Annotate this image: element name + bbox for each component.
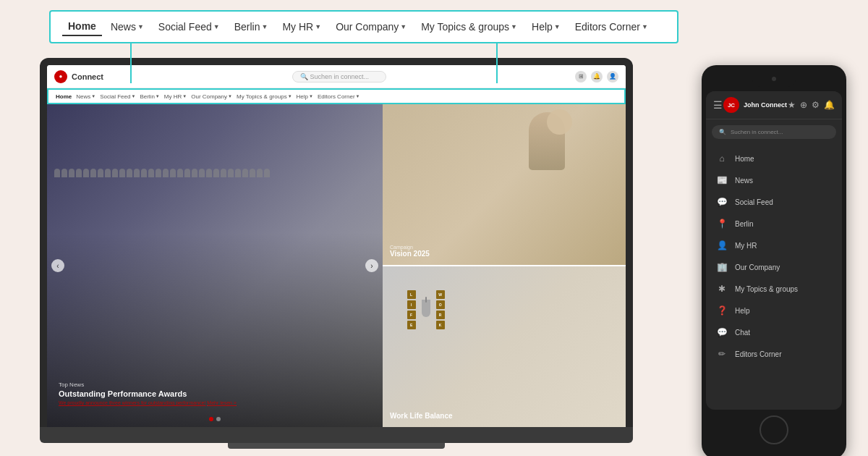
phone-nav-label: Social Feed <box>735 198 832 206</box>
screen-nav-home[interactable]: Home <box>56 93 72 100</box>
phone-nav-label: Home <box>735 155 832 163</box>
chevron-icon: ▼ <box>131 94 135 98</box>
hero-image <box>47 104 383 427</box>
phone-nav-label: My HR <box>735 242 832 250</box>
phone-nav-label: Chat <box>735 329 832 337</box>
screen-nav-our-company[interactable]: Our Company▼ <box>191 93 232 100</box>
phone-nav-label: News <box>735 177 832 185</box>
phone-nav-news[interactable]: 📰News <box>706 169 842 191</box>
hero-next-button[interactable]: › <box>365 259 378 272</box>
laptop-stand <box>228 443 445 449</box>
card-top-text: Campaign Vision 2025 <box>390 245 430 258</box>
screen-main: ‹ › Top News Outstanding Performance Awa… <box>47 104 626 427</box>
our-company-icon: 🏢 <box>716 262 728 272</box>
hero-dot-2[interactable] <box>216 417 221 421</box>
news-icon: 📰 <box>716 175 728 185</box>
phone-nav-label: Our Company <box>735 263 832 271</box>
alert-icon[interactable]: 🔔 <box>824 100 835 110</box>
nav-item-editors-corner[interactable]: Editors Corner ▼ <box>569 18 654 35</box>
avatar[interactable]: 👤 <box>607 71 618 83</box>
notifications-icon[interactable]: 🔔 <box>591 71 603 83</box>
phone-nav-help[interactable]: ❓Help <box>706 300 842 321</box>
phone-nav-berlin[interactable]: 📍Berlin <box>706 213 842 235</box>
phone-nav-social-feed[interactable]: 💬Social Feed <box>706 191 842 213</box>
screen-nav-news[interactable]: News▼ <box>76 93 95 100</box>
nav-item-berlin[interactable]: Berlin ▼ <box>229 18 274 35</box>
my-hr-icon: 👤 <box>716 240 728 250</box>
phone-nav: ⌂Home📰News💬Social Feed📍Berlin👤My HR🏢Our … <box>706 145 842 368</box>
phone-username: John Connect <box>744 101 787 109</box>
card-bottom[interactable]: L I F E <box>383 265 626 427</box>
laptop: ● Connect 🔍 Suchen in connect... ⊞ 🔔 👤 H… <box>40 58 633 449</box>
share-icon[interactable]: ⊕ <box>800 100 807 110</box>
right-panel: Campaign Vision 2025 L I F E <box>383 104 626 427</box>
chevron-icon: ▼ <box>156 94 160 98</box>
camera <box>772 77 776 81</box>
chevron-icon: ▼ <box>356 94 360 98</box>
phone-search[interactable]: 🔍 Suchen in connect... <box>712 125 836 139</box>
search-placeholder: Suchen in connect... <box>310 73 370 80</box>
nav-item-social-feed[interactable]: Social Feed ▼ <box>153 18 226 35</box>
screen-nav-my-hr[interactable]: My HR▼ <box>164 93 187 100</box>
screen-nav-berlin[interactable]: Berlin▼ <box>140 93 159 100</box>
nav-item-my-hr[interactable]: My HR ▼ <box>276 18 327 35</box>
screen-nav-social-feed[interactable]: Social Feed▼ <box>100 93 135 100</box>
screen-nav-editors-corner[interactable]: Editors Corner▼ <box>318 93 360 100</box>
phone-nav-label: Help <box>735 307 832 315</box>
card-top-title: Vision 2025 <box>390 250 430 258</box>
nav-item-help[interactable]: Help ▼ <box>526 18 566 35</box>
hero-section: ‹ › Top News Outstanding Performance Awa… <box>47 104 383 427</box>
phone-nav-my-hr[interactable]: 👤My HR <box>706 235 842 256</box>
screen-nav-my-topics-&-groups[interactable]: My Topics & groups▼ <box>237 93 292 100</box>
editors-corner-icon: ✏ <box>716 349 728 359</box>
nav-item-our-company[interactable]: Our Company ▼ <box>330 18 412 35</box>
chevron-down-icon: ▼ <box>315 23 321 30</box>
phone-nav-chat[interactable]: 💬Chat <box>706 321 842 343</box>
chevron-down-icon: ▼ <box>262 23 268 30</box>
card-bottom-text: Work Life Balance <box>390 412 453 420</box>
berlin-icon: 📍 <box>716 219 728 229</box>
nav-item-home[interactable]: Home <box>62 17 102 36</box>
card-bottom-title: Work Life Balance <box>390 412 453 420</box>
hero-label: Top News <box>59 381 237 388</box>
help-icon: ❓ <box>716 305 728 316</box>
chevron-down-icon: ▼ <box>400 23 407 30</box>
phone-nav-editors-corner[interactable]: ✏Editors Corner <box>706 343 842 365</box>
chevron-icon: ▼ <box>288 94 292 98</box>
phone-home-button[interactable] <box>760 415 788 444</box>
chevron-icon: ▼ <box>91 94 95 98</box>
chevron-down-icon: ▼ <box>642 23 648 30</box>
nav-item-my-topics-&-groups[interactable]: My Topics & groups ▼ <box>415 18 523 35</box>
phone-nav-our-company[interactable]: 🏢Our Company <box>706 256 842 278</box>
logo-text: Connect <box>72 72 103 81</box>
screen-nav-help[interactable]: Help▼ <box>297 93 313 100</box>
phone-body: ☰ JC John Connect ★ ⊕ ⚙ 🔔 🔍 Suchen in co… <box>702 65 846 456</box>
hamburger-icon[interactable]: ☰ <box>713 99 723 111</box>
hero-dots <box>209 417 221 421</box>
screen-icons: ⊞ 🔔 👤 <box>575 71 618 83</box>
settings-icon[interactable]: ⚙ <box>812 100 820 110</box>
card-top-image <box>383 104 626 265</box>
hero-title: Outstanding Performance Awards <box>59 389 237 398</box>
hero-prev-button[interactable]: ‹ <box>51 259 64 272</box>
chat-icon: 💬 <box>716 327 728 337</box>
phone-nav-my-topics-&-groups[interactable]: ✱My Topics & groups <box>706 278 842 300</box>
screen-logo: ● Connect <box>54 70 103 83</box>
nav-item-news[interactable]: News ▼ <box>105 18 150 35</box>
hero-dot-1[interactable] <box>209 417 213 421</box>
hero-link[interactable]: Mehr lesen » <box>207 400 236 405</box>
screen-header: ● Connect 🔍 Suchen in connect... ⊞ 🔔 👤 <box>47 65 626 88</box>
phone: ☰ JC John Connect ★ ⊕ ⚙ 🔔 🔍 Suchen in co… <box>702 65 846 456</box>
star-icon[interactable]: ★ <box>788 100 796 110</box>
card-top[interactable]: Campaign Vision 2025 <box>383 104 626 265</box>
phone-nav-home[interactable]: ⌂Home <box>706 148 842 169</box>
crowd-decoration <box>47 169 383 177</box>
laptop-screen: ● Connect 🔍 Suchen in connect... ⊞ 🔔 👤 H… <box>47 65 626 427</box>
phone-search-placeholder: Suchen in connect... <box>731 129 783 135</box>
chevron-down-icon: ▼ <box>511 23 517 30</box>
my-topics-&-groups-icon: ✱ <box>716 284 728 294</box>
card-bottom-image: L I F E <box>383 266 626 427</box>
hero-text: Top News Outstanding Performance Awards … <box>59 381 237 405</box>
screen-search-bar[interactable]: 🔍 Suchen in connect... <box>292 71 386 83</box>
grid-icon[interactable]: ⊞ <box>575 71 587 83</box>
